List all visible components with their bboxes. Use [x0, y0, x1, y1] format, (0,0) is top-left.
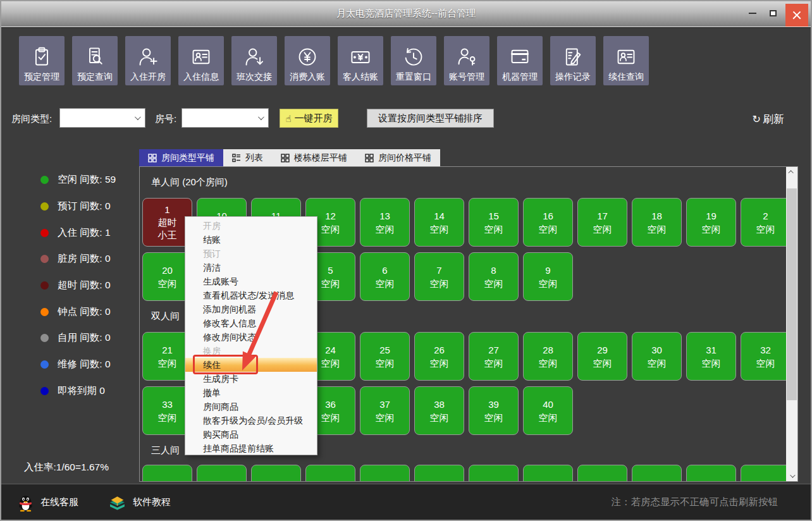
close-button[interactable] [785, 4, 808, 27]
menu-item-生成账号[interactable]: 生成账号 [185, 274, 317, 288]
refresh-button[interactable]: ↻ 刷新 [753, 112, 784, 126]
tab-房间类型平铺[interactable]: 房间类型平铺 [139, 149, 223, 166]
tutorial-link[interactable]: 软件教程 [133, 496, 171, 508]
room-tile-25[interactable]: 25空闲 [360, 332, 410, 381]
menu-item-房间商品[interactable]: 房间商品 [185, 400, 317, 414]
room-tile-29[interactable]: 29空闲 [577, 332, 627, 381]
menu-item-生成房卡[interactable]: 生成房卡 [185, 372, 317, 386]
room-tile-32[interactable]: 32空闲 [741, 332, 790, 381]
maximize-button[interactable] [763, 0, 783, 27]
room-tile-text: 空闲 [648, 223, 667, 236]
minimize-button[interactable] [742, 0, 763, 27]
room-tile-text: 19 [706, 209, 717, 223]
toolbar-button-操作记录[interactable]: 操作记录 [550, 36, 596, 85]
room-tile-unlabeled[interactable] [142, 465, 192, 482]
room-row [142, 465, 790, 482]
room-tile-39[interactable]: 39空闲 [469, 386, 519, 435]
tab-列表[interactable]: 列表 [223, 149, 272, 166]
menu-item-修改客人信息[interactable]: 修改客人信息 [185, 316, 317, 330]
room-tile-unlabeled[interactable] [686, 465, 736, 482]
room-tile-unlabeled[interactable] [577, 465, 627, 482]
menu-item-查看机器状态/发送消息[interactable]: 查看机器状态/发送消息 [185, 288, 317, 302]
vertical-scrollbar[interactable] [786, 167, 797, 481]
toolbar: 预定管理预定查询入住开房入住信息班次交接消费入账客人结账重置窗口账号管理机器管理… [19, 36, 649, 85]
room-tile-unlabeled[interactable] [197, 465, 247, 482]
room-tile-38[interactable]: 38空闲 [414, 386, 464, 435]
toolbar-button-班次交接[interactable]: 班次交接 [231, 36, 277, 85]
toolbar-button-重置窗口[interactable]: 重置窗口 [391, 36, 436, 85]
room-tile-9[interactable]: 9空闲 [523, 252, 573, 301]
menu-item-预订: 预订 [185, 247, 317, 260]
room-tile-unlabeled[interactable] [632, 465, 682, 482]
room-tile-unlabeled[interactable] [305, 465, 355, 482]
title-bar: 月太电竞酒店管理系统--前台管理 [0, 0, 812, 27]
room-tile-31[interactable]: 31空闲 [686, 332, 736, 381]
room-tile-2[interactable]: 2空闲 [741, 198, 790, 247]
legend-label: 维修 间数: 0 [58, 358, 111, 371]
room-tile-30[interactable]: 30空闲 [632, 332, 682, 381]
toolbar-button-label: 班次交接 [237, 72, 272, 81]
scrollbar-thumb[interactable] [787, 188, 797, 400]
room-tile-unlabeled[interactable] [469, 465, 519, 482]
menu-item-续住[interactable]: 续住 [185, 358, 317, 372]
menu-item-添加房间机器[interactable]: 添加房间机器 [185, 302, 317, 316]
online-service-link[interactable]: 在线客服 [40, 496, 78, 508]
menu-item-购买商品[interactable]: 购买商品 [185, 427, 317, 441]
room-tile-unlabeled[interactable] [251, 465, 301, 482]
tab-楼栋楼层平铺[interactable]: 楼栋楼层平铺 [272, 149, 356, 166]
room-tile-17[interactable]: 17空闲 [577, 198, 627, 247]
room-tile-16[interactable]: 16空闲 [523, 198, 573, 247]
menu-item-结账[interactable]: 结账 [185, 233, 317, 247]
room-tile-8[interactable]: 8空闲 [469, 252, 519, 301]
tab-label: 房间价格平铺 [378, 152, 431, 164]
close-icon [791, 9, 803, 21]
room-tile-14[interactable]: 14空闲 [414, 198, 464, 247]
room-tile-text: 9 [545, 264, 550, 277]
menu-item-清洁[interactable]: 清洁 [185, 260, 317, 274]
toolbar-button-续住查询[interactable]: 续住查询 [603, 36, 649, 85]
room-tile-unlabeled[interactable] [523, 465, 573, 482]
id-card-icon [190, 45, 212, 69]
room-tile-text: 小王 [158, 229, 177, 242]
sort-by-room-type-button[interactable]: 设置按房间类型平铺排序 [367, 109, 494, 128]
menu-item-散客升级为会员/会员升级[interactable]: 散客升级为会员/会员升级 [185, 414, 317, 427]
section-title: 单人间 (20个房间) [151, 176, 228, 188]
room-no-select[interactable] [181, 108, 269, 128]
toolbar-button-入住信息[interactable]: 入住信息 [178, 36, 224, 85]
room-tile-unlabeled[interactable] [741, 465, 790, 482]
room-tile-28[interactable]: 28空闲 [523, 332, 573, 381]
tab-房间价格平铺[interactable]: 房间价格平铺 [356, 149, 440, 166]
room-tile-text: 16 [543, 209, 553, 223]
toolbar-button-预定管理[interactable]: 预定管理 [19, 36, 65, 85]
scroll-up-button[interactable] [786, 167, 797, 177]
room-tile-15[interactable]: 15空闲 [469, 198, 519, 247]
toolbar-button-预定查询[interactable]: 预定查询 [72, 36, 118, 85]
toolbar-button-客人结账[interactable]: 客人结账 [338, 36, 383, 85]
room-tile-18[interactable]: 18空闲 [632, 198, 682, 247]
scroll-down-button[interactable] [786, 471, 797, 481]
room-tile-40[interactable]: 40空闲 [523, 386, 573, 435]
room-tile-text: 空闲 [430, 277, 449, 290]
toolbar-button-机器管理[interactable]: 机器管理 [497, 36, 543, 85]
room-tile-26[interactable]: 26空闲 [414, 332, 464, 381]
toolbar-button-入住开房[interactable]: 入住开房 [125, 36, 171, 85]
room-tile-6[interactable]: 6空闲 [360, 252, 410, 301]
tutorial-books-icon [109, 494, 126, 510]
quick-open-room-label: 一键开房 [295, 113, 333, 125]
room-tile-unlabeled[interactable] [414, 465, 464, 482]
room-tile-27[interactable]: 27空闲 [469, 332, 519, 381]
status-dot-icon [40, 387, 49, 395]
room-tile-19[interactable]: 19空闲 [686, 198, 736, 247]
toolbar-button-消费入账[interactable]: 消费入账 [285, 36, 330, 85]
room-tile-text: 14 [434, 209, 445, 223]
room-tile-7[interactable]: 7空闲 [414, 252, 464, 301]
menu-item-撤单[interactable]: 撤单 [185, 386, 317, 400]
room-tile-unlabeled[interactable] [360, 465, 410, 482]
room-tile-13[interactable]: 13空闲 [360, 198, 410, 247]
toolbar-button-账号管理[interactable]: 账号管理 [444, 36, 489, 85]
menu-item-修改房间状态[interactable]: 修改房间状态 [185, 330, 317, 344]
room-tile-37[interactable]: 37空闲 [360, 386, 410, 435]
room-type-select[interactable] [59, 108, 145, 128]
menu-item-挂单商品提前结账[interactable]: 挂单商品提前结账 [185, 441, 317, 455]
quick-open-room-button[interactable]: ☝ 一键开房 [280, 109, 338, 128]
